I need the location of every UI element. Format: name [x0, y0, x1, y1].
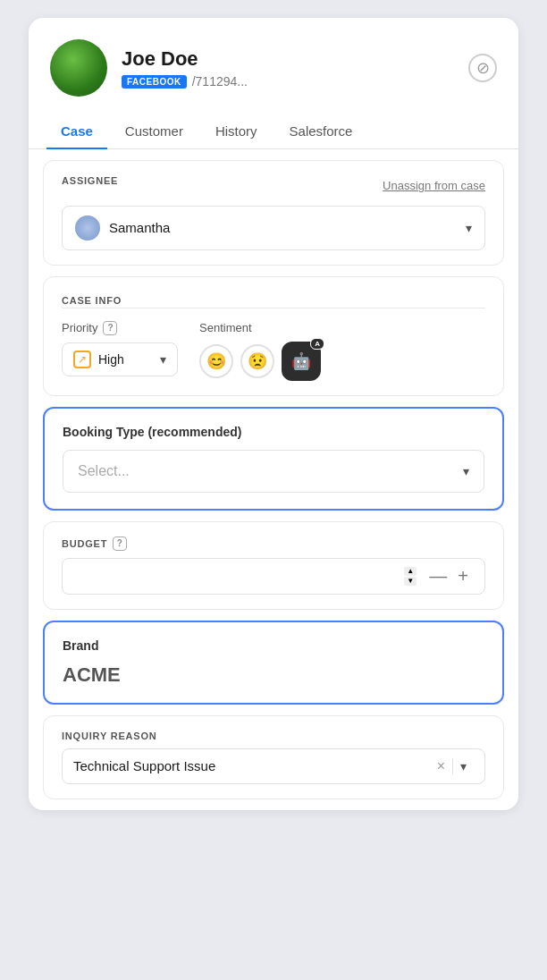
- sad-sentiment-button[interactable]: 😟: [240, 344, 274, 378]
- budget-plus-button[interactable]: +: [452, 566, 474, 587]
- booking-type-chevron-icon: ▾: [463, 464, 469, 478]
- priority-chevron-icon: ▾: [160, 352, 166, 367]
- assignee-header: ASSIGNEE Unassign from case: [62, 175, 485, 197]
- sentiment-label-text: Sentiment: [199, 321, 252, 334]
- inquiry-reason-section: Inquiry Reason Technical Support Issue ×…: [43, 715, 504, 799]
- tabs: Case Customer History Salesforce: [29, 114, 518, 149]
- budget-input-row: ▲ ▼ — +: [62, 558, 485, 595]
- booking-type-dropdown[interactable]: Select... ▾: [63, 450, 484, 493]
- budget-stepper-down[interactable]: ▼: [404, 577, 417, 586]
- assignee-avatar: [75, 215, 100, 241]
- case-info-section: CASE INFO Priority ? ↗ High ▾ Sentiment: [43, 276, 504, 396]
- tab-history[interactable]: History: [201, 114, 272, 149]
- priority-label: Priority ?: [62, 321, 178, 335]
- budget-section: Budget ? ▲ ▼ — +: [43, 521, 504, 610]
- profile-id: /711294...: [192, 74, 248, 89]
- booking-type-label: Booking Type (recommended): [63, 425, 484, 439]
- brand-section: Brand ACME: [43, 621, 504, 705]
- booking-type-section: Booking Type (recommended) Select... ▾: [43, 407, 504, 511]
- budget-stepper: ▲ ▼: [404, 567, 417, 586]
- inquiry-label: Inquiry Reason: [62, 731, 485, 741]
- case-info-label: CASE INFO: [62, 295, 122, 306]
- sentiment-group: Sentiment 😊 😟 🤖 A: [199, 321, 321, 381]
- assignee-section: ASSIGNEE Unassign from case Samantha ▾: [43, 160, 504, 266]
- brand-label: Brand: [63, 638, 484, 653]
- ai-sentiment-button[interactable]: 🤖 A: [282, 342, 321, 381]
- inquiry-chevron-icon[interactable]: ▾: [453, 759, 474, 773]
- chevron-down-icon: ▾: [466, 221, 472, 235]
- unassign-link[interactable]: Unassign from case: [383, 179, 485, 192]
- inquiry-value: Technical Support Issue: [73, 758, 430, 773]
- priority-sentiment-row: Priority ? ↗ High ▾ Sentiment 😊: [62, 321, 485, 381]
- main-card: Joe Doe FACEBOOK /711294... ⊘ Case Custo…: [29, 18, 518, 810]
- profile-meta: FACEBOOK /711294...: [122, 74, 248, 89]
- assignee-dropdown[interactable]: Samantha ▾: [62, 206, 485, 250]
- priority-group: Priority ? ↗ High ▾: [62, 321, 178, 376]
- brand-value: ACME: [63, 663, 484, 687]
- happy-sentiment-button[interactable]: 😊: [199, 344, 233, 378]
- tab-case[interactable]: Case: [46, 114, 107, 149]
- block-button[interactable]: ⊘: [468, 54, 497, 82]
- tab-salesforce[interactable]: Salesforce: [275, 114, 367, 149]
- budget-minus-button[interactable]: —: [424, 566, 452, 587]
- sad-icon: 😟: [248, 351, 267, 371]
- ai-badge: A: [310, 338, 324, 350]
- priority-arrow-icon: ↗: [73, 351, 91, 368]
- avatar: [50, 39, 107, 97]
- priority-dropdown[interactable]: ↗ High ▾: [62, 342, 178, 376]
- divider: [62, 308, 485, 308]
- source-badge: FACEBOOK: [122, 75, 187, 89]
- profile-left: Joe Doe FACEBOOK /711294...: [50, 39, 248, 97]
- tab-customer[interactable]: Customer: [111, 114, 198, 149]
- assignee-label: ASSIGNEE: [62, 175, 118, 186]
- happy-icon: 😊: [206, 351, 226, 371]
- profile-info: Joe Doe FACEBOOK /711294...: [122, 47, 248, 89]
- inquiry-dropdown[interactable]: Technical Support Issue × ▾: [62, 748, 485, 784]
- assignee-name: Samantha: [109, 220, 457, 235]
- profile-section: Joe Doe FACEBOOK /711294... ⊘: [29, 18, 518, 114]
- booking-type-placeholder: Select...: [78, 463, 130, 479]
- budget-help-icon[interactable]: ?: [113, 536, 127, 551]
- priority-label-text: Priority: [62, 321, 97, 334]
- budget-label-text: Budget: [62, 538, 107, 549]
- inquiry-actions: × ▾: [430, 758, 474, 774]
- priority-value: High: [98, 352, 153, 367]
- profile-name: Joe Doe: [122, 47, 248, 71]
- sentiment-label: Sentiment: [199, 321, 321, 334]
- budget-input[interactable]: [73, 569, 404, 583]
- ai-face-icon: 🤖: [291, 351, 311, 371]
- inquiry-clear-button[interactable]: ×: [430, 758, 453, 774]
- budget-stepper-up[interactable]: ▲: [404, 567, 417, 576]
- sentiment-icons: 😊 😟 🤖 A: [199, 342, 321, 381]
- budget-label-row: Budget ?: [62, 536, 485, 551]
- priority-help-icon[interactable]: ?: [103, 321, 117, 335]
